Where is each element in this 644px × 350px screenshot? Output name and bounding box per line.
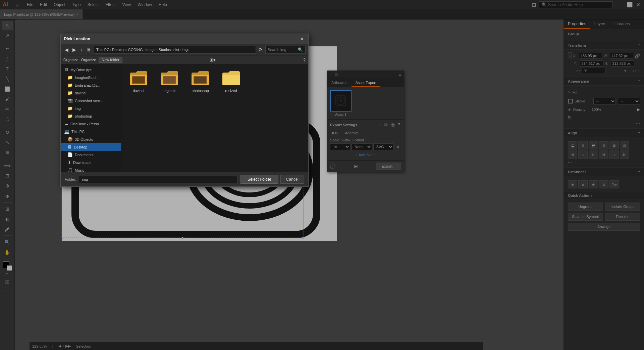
breadcrumb-sep-4: › <box>171 48 173 52</box>
breadcrumb-thispc[interactable]: This PC <box>96 48 109 52</box>
sidebar-item-documents[interactable]: 📄 Documents <box>61 151 121 159</box>
sidebar-onedrive-label: OneDrive - Perso... <box>70 122 102 126</box>
folder-label: Folder: <box>65 177 76 181</box>
sidebar-imaginestudi-label: ImagineStudi... <box>75 76 99 80</box>
breadcrumb-coding[interactable]: CODING <box>128 48 143 52</box>
dialog-help-button[interactable]: ? <box>303 57 306 62</box>
documents-icon: 📄 <box>67 152 73 157</box>
imaginestudi-icon: 📁 <box>67 75 73 80</box>
sidebar-item-img[interactable]: 📁 img <box>61 104 121 112</box>
dialog-overlay: Pick Location ✕ ◀ ▶ ↑ 🖥 This PC › Deskto… <box>0 0 644 350</box>
breadcrumb-sep-2: › <box>126 48 127 52</box>
sidebar-drives-section: 🖥 My Drive (tpr... 📁 ImagineStudi... 📁 t… <box>61 66 121 120</box>
img-icon: 📁 <box>67 106 73 111</box>
davinci-icon: 📁 <box>67 90 73 95</box>
sidebar-davinci-label: davinci <box>75 91 86 95</box>
downloads-icon: ⬇ <box>67 160 71 165</box>
sidebar-greenshot-label: Greenshot scre... <box>75 99 103 103</box>
file-item-originals[interactable]: originals <box>156 69 183 93</box>
sidebar-mydrive-label: My Drive (tpr... <box>70 68 95 72</box>
breadcrumb-sep-1: › <box>110 48 111 52</box>
svg-rect-29 <box>194 77 206 83</box>
resized-folder-label: resized <box>225 89 237 93</box>
dialog-view-toggle[interactable]: ⊞▾ <box>210 57 216 62</box>
onedrive-icon: ☁ <box>64 121 68 126</box>
sidebar-item-imaginestudi[interactable]: 📁 ImagineStudi... <box>61 74 121 81</box>
dialog-sidebar: 🖥 My Drive (tpr... 📁 ImagineStudi... 📁 t… <box>61 64 121 172</box>
file-item-photoshop[interactable]: photoshop <box>187 69 214 93</box>
dialog-search-icon: 🔍 <box>298 47 303 52</box>
sidebar-item-greenshot[interactable]: 📸 Greenshot scre... <box>61 97 121 104</box>
photoshop-folder-label: photoshop <box>192 89 209 93</box>
breadcrumb-sep-5: › <box>180 48 181 52</box>
resized-folder-icon <box>220 69 242 87</box>
sidebar-item-tpritisanac[interactable]: 📁 tpritisanac@s... <box>61 81 121 89</box>
cancel-button[interactable]: Cancel <box>280 175 304 184</box>
sidebar-item-music[interactable]: 🎵 Music <box>61 166 121 172</box>
file-item-resized[interactable]: resized <box>218 69 245 93</box>
originals-folder-icon <box>159 69 180 87</box>
sidebar-item-desktop[interactable]: 🖥 Desktop <box>61 143 121 151</box>
dialog-refresh-button[interactable]: ⟳ <box>257 46 264 53</box>
originals-folder-label: originals <box>163 89 176 93</box>
dialog-close-button[interactable]: ✕ <box>299 36 305 42</box>
mydrive-icon: 🖥 <box>64 67 68 72</box>
tpritisanac-icon: 📁 <box>67 83 73 88</box>
sidebar-item-downloads[interactable]: ⬇ Downloads <box>61 159 121 166</box>
svg-rect-25 <box>132 77 145 83</box>
dialog-organize-btn[interactable]: Organize <box>63 58 78 62</box>
dialog-nav-toolbar: ◀ ▶ ↑ 🖥 This PC › Desktop › CODING › Ima… <box>61 44 308 55</box>
dialog-back-button[interactable]: ◀ <box>63 46 70 53</box>
file-item-davinci[interactable]: davinci <box>125 69 152 93</box>
sidebar-photoshop-label: photoshop <box>75 114 92 118</box>
dialog-search-bar[interactable]: 🔍 <box>265 46 306 54</box>
dialog-organize-label: Organize <box>81 58 96 62</box>
sidebar-item-3dobjects[interactable]: 📦 3D Objects <box>61 135 121 143</box>
breadcrumb-sep-6: › <box>189 48 190 52</box>
dialog-title: Pick Location <box>64 37 90 41</box>
sidebar-documents-label: Documents <box>75 153 94 157</box>
svg-rect-27 <box>163 77 175 83</box>
sidebar-item-thispc[interactable]: 💻 This PC <box>61 128 121 135</box>
3dobjects-icon: 📦 <box>67 137 73 142</box>
dialog-forward-button[interactable]: ▶ <box>71 46 77 53</box>
dialog-up-button[interactable]: ↑ <box>79 46 84 53</box>
dialog-pc-button[interactable]: 🖥 <box>85 46 93 53</box>
sidebar-thispc-label: This PC <box>71 130 85 134</box>
folder-input[interactable] <box>79 176 238 183</box>
sidebar-3dobjects-label: 3D Objects <box>75 137 93 141</box>
desktop-icon: 🖥 <box>67 144 72 149</box>
breadcrumb-dist[interactable]: dist <box>173 48 179 52</box>
sidebar-item-davinci[interactable]: 📁 davinci <box>61 89 121 97</box>
dialog-new-folder-button[interactable]: New folder <box>99 57 122 63</box>
sidebar-item-photoshop[interactable]: 📁 photoshop <box>61 112 121 120</box>
sidebar-downloads-label: Downloads <box>73 161 91 165</box>
select-folder-button[interactable]: Select Folder <box>240 175 278 184</box>
breadcrumb-desktop[interactable]: Desktop <box>112 48 125 52</box>
sidebar-desktop-label: Desktop <box>74 145 87 149</box>
sidebar-item-onedrive[interactable]: ☁ OneDrive - Perso... <box>61 120 121 128</box>
davinci-folder-label: davinci <box>133 89 144 93</box>
pick-location-dialog: Pick Location ✕ ◀ ▶ ↑ 🖥 This PC › Deskto… <box>60 34 309 187</box>
photoshop-folder-icon: 📁 <box>67 114 73 119</box>
sidebar-img-label: img <box>75 106 81 111</box>
davinci-folder-icon <box>128 69 149 87</box>
dialog-files-area: davinci originals <box>121 64 308 172</box>
thispc-icon: 💻 <box>64 129 69 134</box>
dialog-footer: Folder: Select Folder Cancel <box>61 172 308 186</box>
breadcrumb-bar: This PC › Desktop › CODING › ImagineStud… <box>94 46 256 54</box>
dialog-titlebar: Pick Location ✕ <box>61 34 308 44</box>
music-icon: 🎵 <box>67 168 73 172</box>
sidebar-music-label: Music <box>75 168 85 172</box>
dialog-organize-toolbar: Organize Organize New folder ⊞▾ ? <box>61 55 308 64</box>
sidebar-item-mydrive[interactable]: 🖥 My Drive (tpr... <box>61 66 121 74</box>
dialog-body: 🖥 My Drive (tpr... 📁 ImagineStudi... 📁 t… <box>61 64 308 172</box>
photoshop-folder-icon2 <box>190 69 211 87</box>
dialog-search-input[interactable] <box>268 48 298 52</box>
sidebar-tpritisanac-label: tpritisanac@s... <box>75 83 100 87</box>
breadcrumb-sep-3: › <box>144 48 145 52</box>
greenshot-icon: 📸 <box>67 98 73 103</box>
dialog-buttons: Select Folder Cancel <box>240 175 304 184</box>
breadcrumb-img[interactable]: img <box>182 48 188 52</box>
breadcrumb-imaginestudios[interactable]: ImagineStudios <box>146 48 171 52</box>
